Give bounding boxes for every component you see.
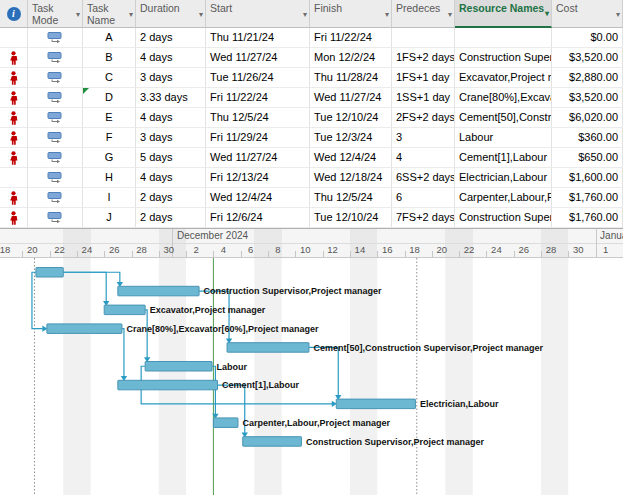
gantt-bar-I[interactable] [213,418,238,428]
gantt-bar-H[interactable] [336,399,415,409]
cell-duration[interactable]: 4 days [136,48,206,68]
cell-info[interactable] [0,168,28,188]
cell-info[interactable] [0,88,28,108]
cell-finish[interactable]: Wed 12/4/24 [310,148,392,168]
gantt-bar-A[interactable] [36,268,63,278]
cell-task-mode[interactable] [28,128,83,148]
cell-finish[interactable]: Tue 12/10/24 [310,108,392,128]
dropdown-arrow-icon[interactable]: ▾ [303,9,307,21]
column-header-resource_names[interactable]: Resource Names▾ [455,0,552,28]
cell-cost[interactable]: $360.00 [552,128,623,148]
cell-start[interactable]: Tue 11/26/24 [206,68,310,88]
cell-task-mode[interactable] [28,208,83,228]
cell-task-name[interactable]: D [83,88,136,108]
cell-task-name[interactable]: E [83,108,136,128]
cell-resource_names[interactable] [455,28,552,48]
cell-info[interactable] [0,108,28,128]
cell-cost[interactable]: $650.00 [552,148,623,168]
timescale[interactable]: December 2024Janua1820222426283024681012… [0,228,623,258]
cell-task-mode[interactable] [28,48,83,68]
cell-task-mode[interactable] [28,108,83,128]
gantt-bar-C[interactable] [104,305,145,315]
gantt-bar-J[interactable] [243,437,302,447]
cell-info[interactable] [0,68,28,88]
gantt-bar-D[interactable] [47,324,122,334]
cell-start[interactable]: Fri 12/6/24 [206,208,310,228]
cell-predecessors[interactable]: 2FS+2 days [392,108,455,128]
cell-info[interactable] [0,208,28,228]
cell-task-name[interactable]: H [83,168,136,188]
cell-info[interactable] [0,188,28,208]
cell-finish[interactable]: Tue 12/3/24 [310,128,392,148]
cell-finish[interactable]: Fri 11/22/24 [310,28,392,48]
table-row[interactable]: J2 daysFri 12/6/24Tue 12/10/247FS+2 days… [0,208,623,228]
cell-finish[interactable]: Wed 12/18/24 [310,168,392,188]
cell-resource_names[interactable]: Crane[80%],Excavator[60%],Project manage… [455,88,552,108]
dropdown-arrow-icon[interactable]: ▾ [76,9,80,21]
cell-duration[interactable]: 2 days [136,188,206,208]
cell-predecessors[interactable]: 6SS+2 days [392,168,455,188]
cell-task-mode[interactable] [28,188,83,208]
cell-duration[interactable]: 3.33 days [136,88,206,108]
cell-task-name[interactable]: F [83,128,136,148]
cell-task-mode[interactable] [28,168,83,188]
cell-resource_names[interactable]: Construction Supervisor,Project manager [455,48,552,68]
cell-duration[interactable]: 4 days [136,108,206,128]
gantt-bar-E[interactable] [227,343,309,353]
cell-start[interactable]: Fri 12/13/24 [206,168,310,188]
cell-info[interactable] [0,28,28,48]
gantt-bar-G[interactable] [118,380,218,390]
cell-finish[interactable]: Mon 12/2/24 [310,48,392,68]
cell-cost[interactable]: $1,760.00 [552,208,623,228]
cell-start[interactable]: Thu 11/21/24 [206,28,310,48]
cell-info[interactable] [0,48,28,68]
cell-duration[interactable]: 2 days [136,208,206,228]
cell-cost[interactable]: $0.00 [552,28,623,48]
cell-resource_names[interactable]: Cement[1],Labour [455,148,552,168]
column-header-mode[interactable]: Task Mode▾ [28,0,83,28]
cell-resource_names[interactable]: Cement[50],Construction Supervisor,Proje… [455,108,552,128]
cell-finish[interactable]: Tue 12/10/24 [310,208,392,228]
cell-start[interactable]: Thu 12/5/24 [206,108,310,128]
cell-task-name[interactable]: C [83,68,136,88]
cell-start[interactable]: Fri 11/22/24 [206,88,310,108]
cell-resource_names[interactable]: Carpenter,Labour,Project manager [455,188,552,208]
gantt-chart[interactable]: Construction Supervisor,Project managerE… [0,258,623,495]
cell-finish[interactable]: Thu 11/28/24 [310,68,392,88]
cell-task-mode[interactable] [28,28,83,48]
column-header-cost[interactable]: Cost▾ [552,0,623,28]
cell-task-mode[interactable] [28,88,83,108]
cell-start[interactable]: Wed 12/4/24 [206,188,310,208]
cell-task-name[interactable]: J [83,208,136,228]
cell-cost[interactable]: $1,600.00 [552,168,623,188]
column-header-duration[interactable]: Duration▾ [136,0,206,28]
cell-predecessors[interactable]: 3 [392,128,455,148]
column-header-info[interactable]: i [0,0,28,28]
cell-duration[interactable]: 2 days [136,28,206,48]
dropdown-arrow-icon[interactable]: ▾ [545,8,549,20]
cell-info[interactable] [0,128,28,148]
cell-cost[interactable]: $1,760.00 [552,188,623,208]
gantt-bar-B[interactable] [118,286,199,296]
cell-start[interactable]: Wed 11/27/24 [206,48,310,68]
dropdown-arrow-icon[interactable]: ▾ [448,9,452,21]
table-row[interactable]: E4 daysThu 12/5/24Tue 12/10/242FS+2 days… [0,108,623,128]
cell-finish[interactable]: Wed 11/27/24 [310,88,392,108]
gantt-bar-F[interactable] [145,362,212,372]
cell-predecessors[interactable]: 6 [392,188,455,208]
table-row[interactable]: B4 daysWed 11/27/24Mon 12/2/241FS+2 days… [0,48,623,68]
cell-resource_names[interactable]: Electrician,Labour [455,168,552,188]
cell-task-name[interactable]: B [83,48,136,68]
cell-duration[interactable]: 5 days [136,148,206,168]
cell-cost[interactable]: $3,520.00 [552,48,623,68]
cell-predecessors[interactable]: 4 [392,148,455,168]
cell-predecessors[interactable] [392,28,455,48]
cell-predecessors[interactable]: 1SS+1 day [392,88,455,108]
table-row[interactable]: F3 daysFri 11/29/24Tue 12/3/243Labour$36… [0,128,623,148]
table-row[interactable]: H4 daysFri 12/13/24Wed 12/18/246SS+2 day… [0,168,623,188]
table-row[interactable]: G5 daysWed 11/27/24Wed 12/4/244Cement[1]… [0,148,623,168]
cell-info[interactable] [0,148,28,168]
column-header-name[interactable]: Task Name▾ [83,0,136,28]
cell-cost[interactable]: $6,020.00 [552,108,623,128]
cell-predecessors[interactable]: 1FS+1 day [392,68,455,88]
